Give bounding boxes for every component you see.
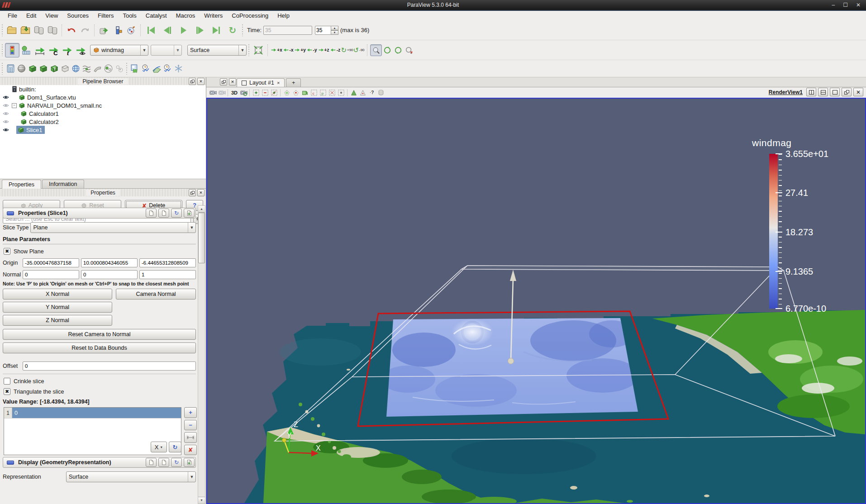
save-defaults-icon[interactable]: [184, 209, 195, 218]
tab-layout-1[interactable]: Layout #1 ×: [237, 78, 285, 87]
origin-x-field[interactable]: [23, 258, 79, 267]
link-camera-icon[interactable]: [217, 88, 226, 97]
rescale-custom-range-icon[interactable]: C: [47, 43, 60, 57]
color-legend[interactable]: windmag 3.655e+01 27.41 18.273 9.1365 6.…: [752, 138, 861, 148]
pipeline-browser-titlebar[interactable]: Pipeline Browser ✕: [0, 77, 206, 85]
minimize-button[interactable]: –: [832, 2, 835, 8]
color-by-array-combo[interactable]: windmag ▼: [90, 45, 148, 56]
render-scene[interactable]: X Z Y: [207, 99, 865, 504]
rescale-to-data-range-icon[interactable]: [33, 43, 47, 57]
select-points-rect-icon[interactable]: [261, 88, 270, 97]
crinkle-slice-checkbox[interactable]: Crinkle slice: [4, 378, 196, 385]
toolbar-handle[interactable]: [247, 44, 251, 56]
list-item[interactable]: 1 0: [4, 408, 181, 418]
interactive-select-points-icon[interactable]: p: [319, 88, 328, 97]
slice-type-combo[interactable]: Plane ▼: [30, 222, 196, 233]
component-combo[interactable]: ▼: [151, 45, 182, 56]
toggle-color-legend-icon[interactable]: [5, 43, 19, 57]
scrollbar-thumb[interactable]: [198, 213, 205, 263]
close-view-icon[interactable]: ✕: [853, 88, 863, 96]
menu-sources[interactable]: Sources: [63, 11, 93, 20]
close-dock-icon[interactable]: ✕: [197, 78, 205, 85]
normal-y-field[interactable]: [81, 270, 138, 279]
reset-camera-icon[interactable]: [382, 45, 393, 56]
float-dock-icon[interactable]: [189, 189, 196, 196]
properties-dock-titlebar[interactable]: Properties ✕: [0, 189, 206, 196]
toolbar-handle[interactable]: [1, 44, 4, 56]
connect-server-icon[interactable]: [32, 24, 46, 37]
set-view-plus-z-icon[interactable]: +z: [318, 44, 329, 56]
previous-frame-icon[interactable]: [162, 24, 173, 36]
calculator-filter-icon[interactable]: [5, 63, 16, 74]
collapse-bar-icon[interactable]: [7, 461, 14, 465]
redo-icon[interactable]: [78, 24, 92, 37]
warp-filter-icon[interactable]: [92, 63, 103, 74]
display-section-header[interactable]: Display (GeometryRepresentation) ↻: [3, 457, 196, 468]
checkbox-unchecked-icon[interactable]: [4, 378, 10, 385]
menu-catalyst[interactable]: Catalyst: [142, 11, 171, 20]
grow-selection-icon[interactable]: [349, 88, 358, 97]
representation-toolbar-combo[interactable]: Surface ▼: [187, 45, 247, 56]
pipeline-item-builtin[interactable]: builtin:: [0, 85, 206, 93]
play-icon[interactable]: [178, 24, 190, 36]
menu-edit[interactable]: Edit: [22, 11, 40, 20]
extract-component-combo[interactable]: X ▼: [151, 442, 167, 452]
edit-camera-icon[interactable]: [208, 88, 217, 97]
menu-file[interactable]: File: [4, 11, 21, 20]
split-horizontal-icon[interactable]: [806, 88, 816, 96]
pipeline-item-calculator1[interactable]: Calculator1: [0, 109, 206, 118]
close-layout-icon[interactable]: ✕: [229, 78, 236, 86]
undo-icon[interactable]: [65, 24, 78, 37]
slice-properties-header[interactable]: Properties (Slice1) ↻: [3, 208, 196, 219]
stream-tracer-filter-icon[interactable]: [70, 63, 81, 74]
tab-properties[interactable]: Properties: [2, 180, 41, 189]
color-legend-edit-icon[interactable]: [111, 24, 124, 37]
set-view-plus-x-icon[interactable]: +x: [271, 44, 282, 56]
checkbox-checked-icon[interactable]: ✖: [4, 248, 10, 255]
adjust-camera-icon[interactable]: [239, 88, 248, 97]
save-display-defaults-icon[interactable]: [184, 458, 195, 467]
y-normal-button[interactable]: Y Normal: [3, 302, 112, 313]
spin-down-icon[interactable]: ▼: [331, 30, 338, 35]
hover-points-icon[interactable]: [337, 88, 346, 97]
close-dock-icon[interactable]: ✕: [197, 189, 205, 196]
first-frame-icon[interactable]: [145, 24, 157, 36]
close-button[interactable]: ✕: [856, 2, 861, 8]
menu-help[interactable]: Help: [273, 11, 294, 20]
contour-filter-icon[interactable]: [81, 63, 92, 74]
detach-view-icon[interactable]: [842, 88, 852, 96]
origin-z-field[interactable]: [139, 258, 196, 267]
visibility-eye-icon[interactable]: [3, 127, 9, 133]
rescale-temporal-range-icon[interactable]: t: [60, 43, 74, 57]
close-tab-icon[interactable]: ×: [277, 80, 280, 86]
delete-all-values-button[interactable]: ✘: [184, 445, 197, 456]
set-view-plus-y-icon[interactable]: +y: [294, 44, 306, 56]
render-view-name[interactable]: RenderView1: [769, 89, 803, 95]
pick-center-of-rotation-icon[interactable]: [404, 45, 414, 56]
undock-layout-icon[interactable]: [220, 78, 227, 86]
rotate-90-cw-icon[interactable]: ↻+90: [341, 44, 353, 56]
menu-writers[interactable]: Writers: [200, 11, 227, 20]
loop-icon[interactable]: ↻: [227, 24, 238, 36]
split-vertical-icon[interactable]: [818, 88, 828, 96]
spreadsheet-selection-icon[interactable]: [129, 63, 140, 74]
maximize-button[interactable]: ☐: [843, 2, 848, 8]
menu-filters[interactable]: Filters: [94, 11, 118, 20]
select-block-icon[interactable]: [300, 88, 309, 97]
origin-y-field[interactable]: [81, 258, 138, 267]
pipeline-item-narvalii[interactable]: − NARVALII_DOM01_small.nc: [0, 101, 206, 109]
select-cells-polygon-icon[interactable]: [282, 88, 291, 97]
menu-coprocessing[interactable]: CoProcessing: [228, 11, 272, 20]
zoom-to-data-icon[interactable]: [252, 43, 265, 57]
add-layout-tab[interactable]: +: [286, 78, 301, 87]
offset-field[interactable]: [23, 361, 196, 371]
visibility-eye-icon[interactable]: [3, 94, 9, 100]
triangulate-checkbox[interactable]: ✖ Triangulate the slice: [4, 388, 196, 395]
value-range-icon[interactable]: [184, 432, 197, 443]
scroll-down-icon[interactable]: ▼: [198, 497, 205, 504]
toolbar-handle[interactable]: [125, 63, 128, 75]
add-value-button[interactable]: +: [184, 407, 197, 418]
tab-information[interactable]: Information: [42, 180, 84, 188]
remove-value-button[interactable]: −: [184, 420, 197, 431]
copy-display-icon[interactable]: [146, 458, 157, 467]
